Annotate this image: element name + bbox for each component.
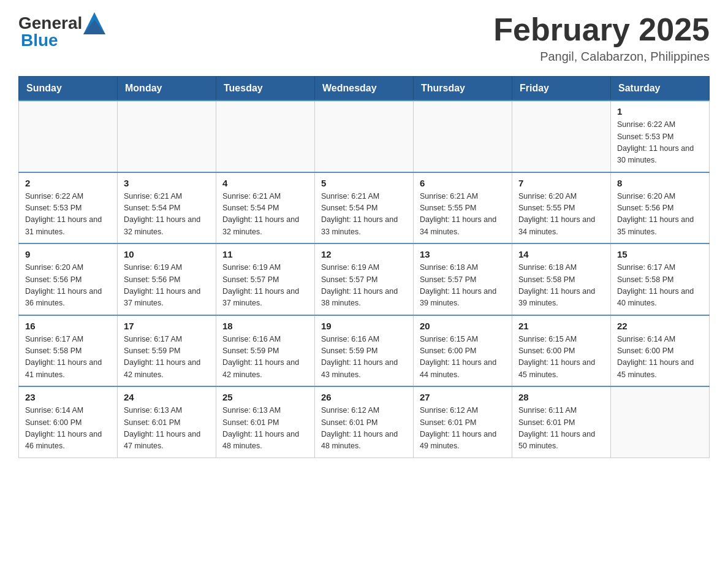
day-number: 7: [518, 178, 604, 188]
table-row: 19Sunrise: 6:16 AM Sunset: 5:59 PM Dayli…: [315, 315, 414, 387]
col-sunday: Sunday: [19, 77, 118, 101]
day-info: Sunrise: 6:15 AM Sunset: 6:00 PM Dayligh…: [518, 334, 604, 381]
day-number: 18: [222, 321, 308, 331]
day-number: 11: [222, 249, 308, 259]
day-info: Sunrise: 6:21 AM Sunset: 5:55 PM Dayligh…: [420, 191, 506, 239]
table-row: 5Sunrise: 6:21 AM Sunset: 5:54 PM Daylig…: [315, 172, 414, 244]
logo-triangle-icon: [83, 12, 105, 34]
calendar-table: Sunday Monday Tuesday Wednesday Thursday…: [18, 76, 710, 458]
table-row: 3Sunrise: 6:21 AM Sunset: 5:54 PM Daylig…: [118, 172, 216, 244]
day-number: 14: [518, 249, 604, 259]
calendar-header-row: Sunday Monday Tuesday Wednesday Thursday…: [19, 77, 710, 101]
table-row: 24Sunrise: 6:13 AM Sunset: 6:01 PM Dayli…: [118, 386, 216, 458]
table-row: 15Sunrise: 6:17 AM Sunset: 5:58 PM Dayli…: [611, 243, 710, 315]
table-row: 16Sunrise: 6:17 AM Sunset: 5:58 PM Dayli…: [19, 315, 118, 387]
day-number: 28: [518, 392, 604, 402]
day-info: Sunrise: 6:13 AM Sunset: 6:01 PM Dayligh…: [222, 405, 308, 453]
calendar-week-row: 2Sunrise: 6:22 AM Sunset: 5:53 PM Daylig…: [19, 172, 710, 244]
day-number: 27: [420, 392, 506, 402]
table-row: [118, 101, 216, 172]
day-number: 15: [617, 249, 703, 259]
day-info: Sunrise: 6:14 AM Sunset: 6:00 PM Dayligh…: [617, 334, 703, 381]
day-number: 5: [321, 178, 407, 188]
table-row: 13Sunrise: 6:18 AM Sunset: 5:57 PM Dayli…: [414, 243, 512, 315]
day-number: 26: [321, 392, 407, 402]
col-tuesday: Tuesday: [216, 77, 315, 101]
table-row: [611, 386, 710, 458]
table-row: 26Sunrise: 6:12 AM Sunset: 6:01 PM Dayli…: [315, 386, 414, 458]
col-wednesday: Wednesday: [315, 77, 414, 101]
svg-marker-1: [83, 20, 105, 34]
table-row: [414, 101, 512, 172]
day-info: Sunrise: 6:14 AM Sunset: 6:00 PM Dayligh…: [25, 405, 111, 453]
day-info: Sunrise: 6:17 AM Sunset: 5:58 PM Dayligh…: [25, 334, 111, 381]
table-row: [315, 101, 414, 172]
logo-blue-text: Blue: [21, 31, 58, 50]
day-number: 1: [617, 106, 703, 117]
title-section: February 2025 Pangil, Calabarzon, Philip…: [493, 12, 710, 64]
subtitle: Pangil, Calabarzon, Philippines: [493, 50, 710, 64]
table-row: 10Sunrise: 6:19 AM Sunset: 5:56 PM Dayli…: [118, 243, 216, 315]
day-number: 24: [124, 392, 210, 402]
table-row: [512, 101, 611, 172]
table-row: 8Sunrise: 6:20 AM Sunset: 5:56 PM Daylig…: [611, 172, 710, 244]
day-info: Sunrise: 6:20 AM Sunset: 5:55 PM Dayligh…: [518, 191, 604, 239]
day-number: 3: [124, 178, 210, 188]
table-row: 9Sunrise: 6:20 AM Sunset: 5:56 PM Daylig…: [19, 243, 118, 315]
day-info: Sunrise: 6:21 AM Sunset: 5:54 PM Dayligh…: [321, 191, 407, 239]
calendar-week-row: 1Sunrise: 6:22 AM Sunset: 5:53 PM Daylig…: [19, 101, 710, 172]
day-info: Sunrise: 6:22 AM Sunset: 5:53 PM Dayligh…: [25, 191, 111, 239]
day-number: 21: [518, 321, 604, 331]
day-info: Sunrise: 6:19 AM Sunset: 5:57 PM Dayligh…: [222, 262, 308, 310]
day-info: Sunrise: 6:13 AM Sunset: 6:01 PM Dayligh…: [124, 405, 210, 453]
calendar-week-row: 16Sunrise: 6:17 AM Sunset: 5:58 PM Dayli…: [19, 315, 710, 387]
calendar-week-row: 23Sunrise: 6:14 AM Sunset: 6:00 PM Dayli…: [19, 386, 710, 458]
table-row: 4Sunrise: 6:21 AM Sunset: 5:54 PM Daylig…: [216, 172, 315, 244]
day-number: 13: [420, 249, 506, 259]
table-row: [19, 101, 118, 172]
table-row: [216, 101, 315, 172]
page-header: General Blue February 2025 Pangil, Calab…: [18, 12, 710, 64]
day-info: Sunrise: 6:19 AM Sunset: 5:57 PM Dayligh…: [321, 262, 407, 310]
table-row: 25Sunrise: 6:13 AM Sunset: 6:01 PM Dayli…: [216, 386, 315, 458]
day-info: Sunrise: 6:21 AM Sunset: 5:54 PM Dayligh…: [222, 191, 308, 239]
col-friday: Friday: [512, 77, 611, 101]
day-number: 20: [420, 321, 506, 331]
table-row: 6Sunrise: 6:21 AM Sunset: 5:55 PM Daylig…: [414, 172, 512, 244]
table-row: 11Sunrise: 6:19 AM Sunset: 5:57 PM Dayli…: [216, 243, 315, 315]
table-row: 22Sunrise: 6:14 AM Sunset: 6:00 PM Dayli…: [611, 315, 710, 387]
day-number: 16: [25, 321, 111, 331]
table-row: 27Sunrise: 6:12 AM Sunset: 6:01 PM Dayli…: [414, 386, 512, 458]
main-title: February 2025: [493, 12, 710, 47]
day-info: Sunrise: 6:20 AM Sunset: 5:56 PM Dayligh…: [617, 191, 703, 239]
table-row: 7Sunrise: 6:20 AM Sunset: 5:55 PM Daylig…: [512, 172, 611, 244]
day-number: 12: [321, 249, 407, 259]
col-monday: Monday: [118, 77, 216, 101]
day-number: 4: [222, 178, 308, 188]
day-info: Sunrise: 6:17 AM Sunset: 5:59 PM Dayligh…: [124, 334, 210, 381]
table-row: 2Sunrise: 6:22 AM Sunset: 5:53 PM Daylig…: [19, 172, 118, 244]
day-info: Sunrise: 6:12 AM Sunset: 6:01 PM Dayligh…: [321, 405, 407, 453]
day-info: Sunrise: 6:19 AM Sunset: 5:56 PM Dayligh…: [124, 262, 210, 310]
day-info: Sunrise: 6:16 AM Sunset: 5:59 PM Dayligh…: [321, 334, 407, 381]
day-info: Sunrise: 6:17 AM Sunset: 5:58 PM Dayligh…: [617, 262, 703, 310]
day-info: Sunrise: 6:15 AM Sunset: 6:00 PM Dayligh…: [420, 334, 506, 381]
table-row: 17Sunrise: 6:17 AM Sunset: 5:59 PM Dayli…: [118, 315, 216, 387]
day-info: Sunrise: 6:18 AM Sunset: 5:57 PM Dayligh…: [420, 262, 506, 310]
day-info: Sunrise: 6:18 AM Sunset: 5:58 PM Dayligh…: [518, 262, 604, 310]
calendar-week-row: 9Sunrise: 6:20 AM Sunset: 5:56 PM Daylig…: [19, 243, 710, 315]
day-info: Sunrise: 6:20 AM Sunset: 5:56 PM Dayligh…: [25, 262, 111, 310]
day-info: Sunrise: 6:16 AM Sunset: 5:59 PM Dayligh…: [222, 334, 308, 381]
table-row: 28Sunrise: 6:11 AM Sunset: 6:01 PM Dayli…: [512, 386, 611, 458]
day-number: 9: [25, 249, 111, 259]
col-saturday: Saturday: [611, 77, 710, 101]
day-number: 25: [222, 392, 308, 402]
day-number: 19: [321, 321, 407, 331]
table-row: 14Sunrise: 6:18 AM Sunset: 5:58 PM Dayli…: [512, 243, 611, 315]
table-row: 1Sunrise: 6:22 AM Sunset: 5:53 PM Daylig…: [611, 101, 710, 172]
table-row: 21Sunrise: 6:15 AM Sunset: 6:00 PM Dayli…: [512, 315, 611, 387]
day-info: Sunrise: 6:21 AM Sunset: 5:54 PM Dayligh…: [124, 191, 210, 239]
table-row: 20Sunrise: 6:15 AM Sunset: 6:00 PM Dayli…: [414, 315, 512, 387]
day-info: Sunrise: 6:12 AM Sunset: 6:01 PM Dayligh…: [420, 405, 506, 453]
day-number: 17: [124, 321, 210, 331]
